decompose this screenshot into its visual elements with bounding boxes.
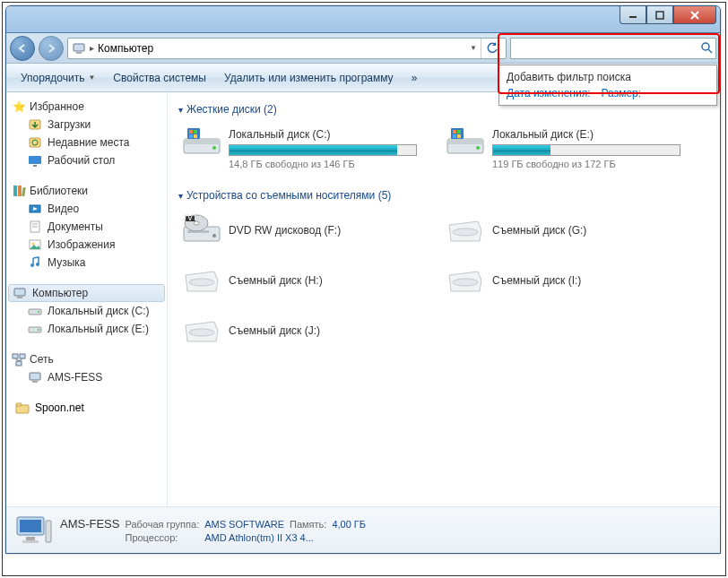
search-icon[interactable] (700, 41, 713, 56)
filter-date-link[interactable]: Дата изменения: (507, 87, 591, 99)
organize-button[interactable]: Упорядочить ▼ (13, 68, 102, 88)
sidebar: ⭐Избранное Загрузки Недавние места Рабоч… (6, 92, 168, 506)
svg-rect-41 (30, 373, 40, 380)
nav-back-button[interactable] (10, 36, 35, 61)
details-memory: 4,00 ГБ (332, 519, 366, 530)
removable-drive-icon (182, 264, 221, 297)
device-item[interactable]: Съемный диск (J:) (178, 309, 420, 352)
address-bar[interactable]: ▸ Компьютер ▼ (67, 38, 507, 59)
sidebar-item-desktop[interactable]: Рабочий стол (8, 151, 165, 169)
filter-size-link[interactable]: Размер: (602, 87, 642, 99)
svg-rect-37 (20, 354, 25, 358)
network-icon (12, 352, 26, 367)
device-item[interactable]: Съемный диск (H:) (178, 259, 420, 302)
details-cpu-label: Процессор: (125, 532, 199, 543)
sidebar-item-network-pc[interactable]: AMS-FESS (8, 368, 165, 386)
titlebar (6, 6, 720, 33)
sidebar-item-downloads[interactable]: Загрузки (8, 116, 165, 134)
search-input[interactable] (510, 38, 716, 59)
sidebar-item-drive-c[interactable]: Локальный диск (C:) (8, 302, 165, 320)
svg-rect-50 (194, 130, 197, 134)
address-dropdown-icon[interactable]: ▼ (470, 44, 477, 52)
svg-rect-46 (184, 139, 220, 144)
sidebar-computer[interactable]: Компьютер (8, 284, 165, 302)
svg-point-6 (702, 43, 709, 50)
svg-rect-76 (46, 521, 51, 542)
content-area: ▾Жесткие диски (2) Локальный диск (C:)14… (168, 92, 720, 506)
svg-rect-59 (453, 134, 456, 138)
svg-point-71 (189, 329, 214, 336)
svg-rect-30 (14, 289, 25, 296)
uninstall-program-button[interactable]: Удалить или изменить программу (217, 68, 401, 88)
computer-icon (72, 41, 86, 56)
svg-line-7 (708, 49, 712, 53)
svg-text:DVD: DVD (182, 214, 202, 223)
libraries-icon (12, 184, 26, 198)
drive-free-text: 14,8 ГБ свободно из 146 ГБ (229, 159, 417, 169)
drive-item[interactable]: Локальный диск (E:)119 ГБ свободно из 17… (442, 123, 684, 173)
svg-rect-1 (656, 12, 663, 19)
sidebar-network[interactable]: Сеть (8, 350, 165, 368)
section-removable: ▾Устройства со съемными носителями (5) (178, 189, 709, 202)
pc-icon (28, 370, 42, 384)
system-properties-button[interactable]: Свойства системы (106, 68, 213, 88)
svg-point-47 (212, 146, 216, 150)
pictures-icon (28, 237, 42, 252)
search-box-wrap: Добавить фильтр поиска Дата изменения: Р… (510, 38, 716, 59)
sidebar-item-recent[interactable]: Недавние места (8, 134, 165, 151)
toolbar-overflow[interactable]: » (404, 68, 425, 88)
svg-rect-74 (26, 537, 35, 540)
device-item[interactable]: Съемный диск (I:) (442, 259, 684, 302)
details-name: AMS-FESS (60, 517, 119, 531)
details-pane: AMS-FESS Рабочая группа: AMS SOFTWARE Па… (6, 506, 720, 553)
computer-large-icon (13, 512, 53, 549)
sidebar-item-music[interactable]: Музыка (8, 254, 165, 272)
svg-rect-38 (16, 361, 22, 366)
collapse-icon[interactable]: ▾ (178, 105, 183, 115)
removable-drive-icon (446, 264, 485, 297)
svg-rect-5 (76, 52, 82, 54)
address-location: Компьютер (98, 42, 153, 55)
svg-point-35 (38, 329, 39, 331)
close-button[interactable] (673, 6, 716, 24)
svg-point-33 (38, 311, 39, 313)
collapse-icon[interactable]: ▾ (178, 191, 183, 201)
nav-forward-button[interactable] (39, 36, 64, 61)
recent-icon (28, 135, 42, 150)
hdd-icon (446, 126, 485, 159)
svg-rect-54 (447, 139, 483, 144)
details-memory-label: Память: (290, 519, 326, 530)
device-name: Съемный диск (H:) (229, 274, 323, 287)
maximize-button[interactable] (646, 6, 673, 24)
svg-rect-36 (13, 354, 18, 358)
music-icon (28, 255, 42, 270)
svg-point-70 (453, 279, 478, 286)
removable-drive-icon (182, 315, 221, 347)
sidebar-item-documents[interactable]: Документы (8, 218, 165, 236)
minimize-button[interactable] (620, 6, 646, 24)
drive-item[interactable]: Локальный диск (C:)14,8 ГБ свободно из 1… (178, 123, 420, 173)
sidebar-favorites[interactable]: ⭐Избранное (8, 98, 165, 116)
device-name: Съемный диск (I:) (492, 274, 581, 287)
navbar: ▸ Компьютер ▼ Добавить фильтр поиска Дат… (6, 33, 720, 64)
video-icon (28, 202, 42, 216)
sidebar-item-drive-e[interactable]: Локальный диск (E:) (8, 320, 165, 338)
sidebar-item-pictures[interactable]: Изображения (8, 236, 165, 254)
svg-rect-44 (16, 403, 22, 406)
svg-rect-73 (20, 520, 41, 532)
drive-name: Локальный диск (E:) (492, 128, 680, 141)
chevron-right-icon: ▸ (90, 43, 94, 53)
device-name: Съемный диск (G:) (492, 224, 586, 237)
device-item[interactable]: DVDDVD RW дисковод (F:) (178, 209, 420, 252)
refresh-button[interactable] (481, 39, 502, 58)
svg-rect-57 (453, 130, 456, 134)
device-item[interactable]: Съемный диск (G:) (442, 209, 684, 252)
svg-rect-21 (22, 187, 25, 196)
details-workgroup: AMS SOFTWARE (204, 519, 284, 530)
removable-drive-icon (446, 214, 485, 246)
sidebar-item-videos[interactable]: Видео (8, 200, 165, 218)
sidebar-item-spoon[interactable]: Spoon.net (8, 399, 165, 417)
svg-point-69 (189, 279, 214, 286)
sidebar-libraries[interactable]: Библиотеки (8, 182, 165, 200)
svg-rect-60 (457, 134, 461, 138)
